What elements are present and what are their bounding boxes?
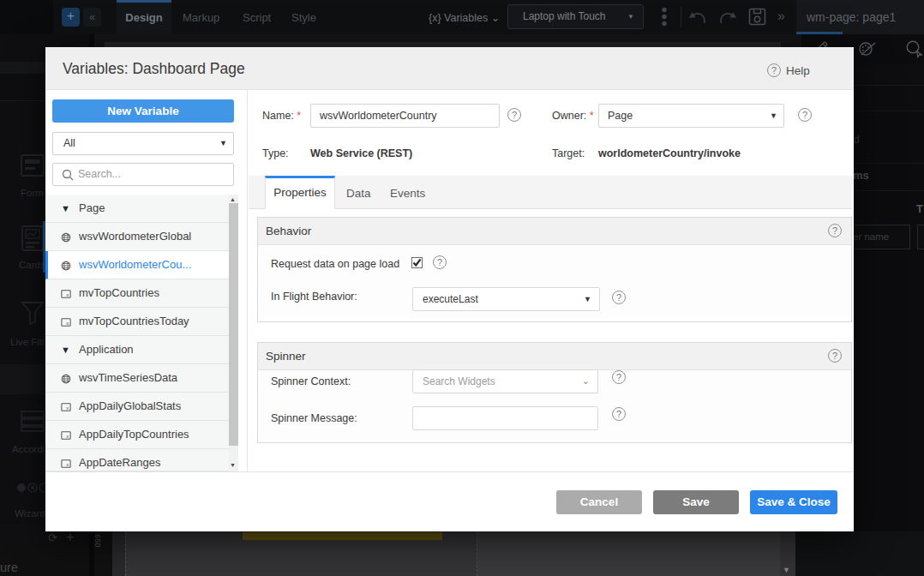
svg-text:x: x <box>66 434 69 439</box>
svg-text:x: x <box>66 292 69 297</box>
svg-text:x: x <box>66 321 69 326</box>
svg-text:x: x <box>66 462 69 467</box>
svg-text:x: x <box>66 405 69 411</box>
